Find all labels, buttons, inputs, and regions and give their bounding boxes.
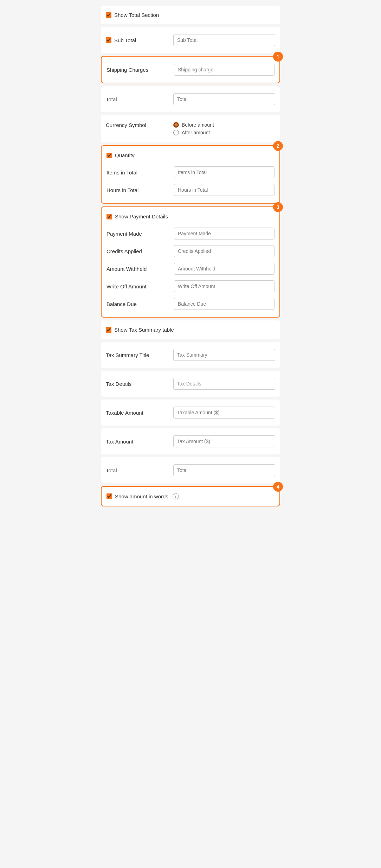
tax-amount-section: Tax Amount bbox=[101, 428, 280, 454]
tax-summary-label: Show Tax Summary table bbox=[114, 327, 174, 333]
quantity-label: Quantity bbox=[115, 152, 135, 158]
taxable-amount-label: Taxable Amount bbox=[106, 410, 169, 416]
balance-due-label: Balance Due bbox=[106, 301, 170, 307]
before-amount-row: Before amount bbox=[173, 122, 275, 128]
credits-applied-row: Credits Applied bbox=[106, 242, 275, 260]
taxable-amount-input[interactable] bbox=[173, 407, 275, 419]
shipping-row: Shipping Charges bbox=[106, 61, 275, 78]
balance-due-input[interactable] bbox=[174, 298, 275, 310]
quantity-checkbox-row: Quantity bbox=[106, 150, 275, 160]
total-tax-row: Total bbox=[106, 461, 275, 479]
quantity-divider bbox=[106, 162, 275, 162]
hours-in-total-row: Hours in Total bbox=[106, 181, 275, 199]
badge-2: 2 bbox=[273, 141, 283, 151]
currency-radio-group: Before amount After amount bbox=[173, 122, 275, 135]
after-amount-radio[interactable] bbox=[173, 130, 179, 135]
hours-in-total-input[interactable] bbox=[174, 184, 275, 196]
tax-details-input[interactable] bbox=[173, 378, 275, 390]
tax-summary-title-label: Tax Summary Title bbox=[106, 352, 169, 358]
tax-summary-checkbox-row: Show Tax Summary table bbox=[106, 325, 275, 335]
show-total-label: Show Total Section bbox=[114, 12, 159, 18]
after-amount-row: After amount bbox=[173, 130, 275, 135]
balance-due-row: Balance Due bbox=[106, 295, 275, 313]
amount-in-words-label: Show amount in words bbox=[115, 493, 168, 499]
tax-amount-row: Tax Amount bbox=[106, 433, 275, 450]
shipping-input[interactable] bbox=[174, 64, 275, 76]
tax-amount-input[interactable] bbox=[173, 435, 275, 447]
tax-summary-checkbox[interactable] bbox=[106, 327, 111, 333]
amount-withheld-label: Amount Withheld bbox=[106, 266, 170, 272]
items-in-total-row: Items in Total bbox=[106, 164, 275, 181]
sub-total-row: Sub Total bbox=[106, 31, 275, 49]
shipping-section: 1 Shipping Charges bbox=[101, 56, 280, 83]
currency-row: Currency Symbol Before amount After amou… bbox=[106, 119, 275, 138]
badge-4: 4 bbox=[273, 482, 283, 492]
currency-label: Currency Symbol bbox=[106, 122, 169, 128]
currency-section: Currency Symbol Before amount After amou… bbox=[101, 115, 280, 142]
total-tax-section: Total bbox=[101, 457, 280, 483]
taxable-amount-section: Taxable Amount bbox=[101, 400, 280, 426]
payment-divider bbox=[106, 223, 275, 223]
write-off-input[interactable] bbox=[174, 280, 275, 292]
payment-made-label: Payment Made bbox=[106, 231, 170, 237]
amount-withheld-input[interactable] bbox=[174, 263, 275, 275]
payment-made-row: Payment Made bbox=[106, 225, 275, 242]
credits-applied-input[interactable] bbox=[174, 245, 275, 257]
amount-in-words-checkbox[interactable] bbox=[106, 493, 112, 499]
payment-label: Show Payment Details bbox=[115, 213, 168, 219]
show-total-section: Show Total Section bbox=[101, 6, 280, 24]
total-tax-label: Total bbox=[106, 467, 169, 473]
quantity-checkbox[interactable] bbox=[106, 153, 112, 158]
total-section: Total bbox=[101, 86, 280, 112]
sub-total-checkbox-row: Sub Total bbox=[106, 35, 169, 45]
before-amount-radio[interactable] bbox=[173, 122, 179, 128]
tax-summary-title-input[interactable] bbox=[173, 349, 275, 361]
total-row: Total bbox=[106, 90, 275, 108]
tax-summary-section: Show Tax Summary table bbox=[101, 320, 280, 339]
amount-in-words-checkbox-row: Show amount in words i bbox=[106, 491, 275, 502]
total-input[interactable] bbox=[173, 93, 275, 105]
after-amount-label: After amount bbox=[182, 130, 210, 135]
payment-checkbox-row: Show Payment Details bbox=[106, 211, 275, 222]
tax-summary-title-row: Tax Summary Title bbox=[106, 346, 275, 364]
show-total-row: Show Total Section bbox=[106, 10, 275, 20]
total-tax-input[interactable] bbox=[173, 464, 275, 476]
amount-in-words-info-icon[interactable]: i bbox=[173, 493, 179, 499]
sub-total-section: Sub Total bbox=[101, 27, 280, 53]
payment-made-input[interactable] bbox=[174, 228, 275, 240]
badge-3: 3 bbox=[273, 202, 283, 212]
sub-total-checkbox[interactable] bbox=[106, 37, 111, 43]
items-in-total-label: Items in Total bbox=[106, 170, 170, 175]
tax-details-section: Tax Details bbox=[101, 371, 280, 397]
tax-details-label: Tax Details bbox=[106, 381, 169, 387]
payment-checkbox[interactable] bbox=[106, 214, 112, 219]
quantity-section: 2 Quantity Items in Total Hours in Total bbox=[101, 145, 280, 204]
payment-section: 3 Show Payment Details Payment Made Cred… bbox=[101, 206, 280, 318]
hours-in-total-label: Hours in Total bbox=[106, 187, 170, 193]
badge-1: 1 bbox=[273, 52, 283, 62]
tax-amount-label: Tax Amount bbox=[106, 439, 169, 445]
tax-summary-title-section: Tax Summary Title bbox=[101, 342, 280, 368]
write-off-label: Write Off Amount bbox=[106, 283, 170, 289]
total-label: Total bbox=[106, 96, 169, 102]
taxable-amount-row: Taxable Amount bbox=[106, 404, 275, 421]
write-off-row: Write Off Amount bbox=[106, 277, 275, 295]
shipping-label: Shipping Charges bbox=[106, 67, 170, 73]
credits-applied-label: Credits Applied bbox=[106, 248, 170, 254]
items-in-total-input[interactable] bbox=[174, 166, 275, 178]
amount-withheld-row: Amount Withheld bbox=[106, 260, 275, 277]
sub-total-label: Sub Total bbox=[114, 37, 136, 43]
page-container: Show Total Section Sub Total 1 Shipping … bbox=[95, 0, 286, 515]
amount-in-words-section: 4 Show amount in words i bbox=[101, 486, 280, 506]
sub-total-input[interactable] bbox=[173, 34, 275, 46]
show-total-checkbox[interactable] bbox=[106, 12, 111, 18]
tax-details-row: Tax Details bbox=[106, 375, 275, 392]
before-amount-label: Before amount bbox=[182, 122, 214, 128]
